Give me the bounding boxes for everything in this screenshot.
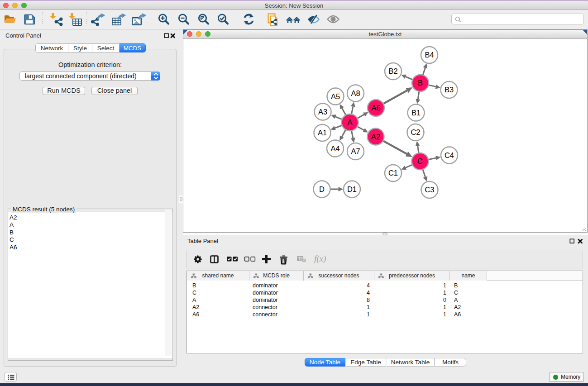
svg-text:A4: A4: [330, 144, 339, 152]
svg-text:B3: B3: [445, 86, 454, 94]
svg-text:B1: B1: [411, 109, 421, 117]
svg-text:B: B: [418, 79, 423, 87]
svg-text:C4: C4: [445, 151, 454, 159]
svg-text:A2: A2: [371, 133, 380, 141]
svg-text:A8: A8: [351, 89, 360, 97]
svg-text:A3: A3: [318, 108, 327, 116]
svg-text:B2: B2: [388, 67, 397, 75]
svg-text:C1: C1: [388, 169, 398, 177]
svg-text:C3: C3: [425, 186, 434, 194]
svg-text:A7: A7: [351, 147, 360, 155]
svg-text:D1: D1: [347, 185, 357, 193]
svg-text:D: D: [319, 185, 325, 193]
svg-text:C: C: [417, 157, 423, 165]
svg-text:C2: C2: [411, 128, 420, 136]
svg-text:A: A: [347, 118, 352, 126]
svg-text:B4: B4: [425, 51, 434, 59]
svg-text:A5: A5: [331, 92, 340, 100]
svg-text:A6: A6: [371, 104, 380, 112]
svg-text:A1: A1: [318, 129, 327, 137]
